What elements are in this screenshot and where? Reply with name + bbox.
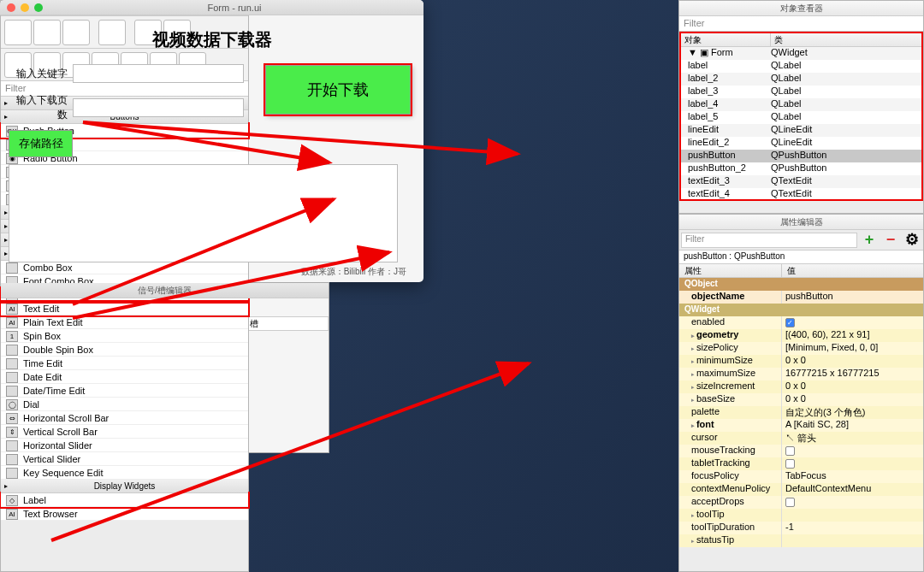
hbar-icon: ⇔ (6, 413, 18, 424)
dtedit-icon (6, 386, 18, 397)
property-row[interactable]: cursor↖ 箭头 (679, 432, 923, 445)
pages-input[interactable] (73, 98, 244, 117)
form-body: 视频数据下载器 输入关键字 输入下载页数 开始下载 存储路径 数据来源：Bili… (0, 15, 424, 280)
tree-row[interactable]: textEdit_4QTextEdit (681, 188, 921, 199)
plaintext-icon: AI (6, 317, 18, 328)
property-row[interactable]: tabletTracking (679, 457, 923, 470)
property-editor-panel: 属性编辑器 Filter + − ⚙ pushButton : QPushBut… (678, 214, 924, 572)
widget-spin-box[interactable]: 1Spin Box (1, 329, 248, 343)
checkbox-icon[interactable] (785, 459, 795, 469)
keyseq-icon (6, 468, 18, 479)
spin-icon: 1 (6, 331, 18, 342)
widget-text-edit[interactable]: AIText Edit (1, 302, 248, 315)
widget-time-edit[interactable]: Time Edit (1, 357, 248, 370)
widget-h-slider[interactable]: Horizontal Slider (1, 439, 248, 452)
property-row[interactable]: focusPolicyTabFocus (679, 470, 923, 483)
widget-text-browser[interactable]: AIText Browser (1, 507, 248, 521)
checkbox-icon[interactable] (785, 498, 795, 507)
tree-row[interactable]: pushButton_2QPushButton (681, 162, 921, 175)
property-row[interactable]: palette自定义的(3 个角色) (679, 406, 923, 419)
keyword-input[interactable] (73, 64, 244, 83)
property-row[interactable]: objectNamepushButton (679, 291, 923, 304)
save-path-button[interactable]: 存储路径 (9, 130, 73, 157)
property-row[interactable]: maximumSize16777215 x 16777215 (679, 368, 923, 380)
property-row[interactable]: sizeIncrement0 x 0 (679, 380, 923, 393)
obj-filter-input[interactable]: Filter (679, 16, 923, 32)
property-row[interactable]: acceptDrops (679, 496, 923, 509)
widget-v-slider[interactable]: Vertical Slider (1, 452, 248, 466)
pages-label: 输入下载页数 (9, 93, 73, 122)
property-row[interactable]: baseSize0 x 0 (679, 393, 923, 406)
widget-key-seq[interactable]: Key Sequence Edit (1, 466, 248, 480)
tree-row[interactable]: pushButtonQPushButton (681, 150, 921, 162)
widget-label[interactable]: ◇Label (1, 493, 248, 507)
property-row[interactable]: mouseTracking (679, 445, 923, 457)
prop-toolbar: Filter + − ⚙ (679, 230, 923, 251)
vsld-icon (6, 454, 18, 465)
prop-remove-icon[interactable]: − (881, 232, 900, 249)
textedit-icon: AI (6, 304, 18, 315)
tree-row[interactable]: ▼ ▣ FormQWidget (681, 47, 921, 60)
widget-h-scrollbar[interactable]: ⇔Horizontal Scroll Bar (1, 411, 248, 425)
widget-date-edit[interactable]: Date Edit (1, 370, 248, 384)
prop-add-icon[interactable]: + (860, 232, 879, 249)
prop-config-icon[interactable]: ⚙ (903, 232, 921, 249)
output-textedit[interactable] (9, 164, 398, 262)
property-row[interactable]: contextMenuPolicyDefaultContextMenu (679, 483, 923, 496)
timeedit-icon (6, 358, 18, 369)
form-preview-window[interactable]: Form - run.ui 视频数据下载器 输入关键字 输入下载页数 开始下载 … (0, 0, 424, 282)
widget-v-scrollbar[interactable]: ⇕Vertical Scroll Bar (1, 425, 248, 439)
checkbox-icon[interactable] (785, 446, 795, 456)
label-icon: ◇ (6, 495, 18, 506)
form-window-title: Form - run.ui (208, 3, 262, 13)
tree-row[interactable]: label_2QLabel (681, 73, 921, 86)
col-slot[interactable]: 槽 (246, 317, 329, 330)
property-row[interactable]: fontA [Kaiti SC, 28] (679, 419, 923, 432)
group-qwidget[interactable]: QWidget (679, 304, 923, 316)
form-footer: 数据来源：Bilibili 作者：J哥 (9, 266, 415, 278)
dial-icon: ◯ (6, 399, 18, 410)
widget-dial[interactable]: ◯Dial (1, 398, 248, 411)
tree-row[interactable]: lineEditQLineEdit (681, 124, 921, 137)
prop-title: 属性编辑器 (679, 215, 923, 230)
tree-row[interactable]: label_4QLabel (681, 98, 921, 111)
property-row[interactable]: minimumSize0 x 0 (679, 355, 923, 368)
property-row[interactable]: statusTip (679, 534, 923, 547)
group-qobject[interactable]: QObject (679, 278, 923, 291)
property-row[interactable]: toolTip (679, 509, 923, 522)
property-row[interactable]: toolTipDuration-1 (679, 522, 923, 534)
widget-plain-text[interactable]: AIPlain Text Edit (1, 315, 248, 329)
prop-header: 属性值 (679, 264, 923, 278)
checkbox-icon[interactable]: ✓ (785, 318, 795, 327)
hsld-icon (6, 440, 18, 451)
prop-selected-class: pushButton : QPushButton (679, 251, 923, 264)
vbar-icon: ⇕ (6, 427, 18, 438)
tree-row[interactable]: labelQLabel (681, 60, 921, 73)
tree-row[interactable]: label_5QLabel (681, 111, 921, 124)
object-inspector-panel: 对象查看器 Filter 对象类 ▼ ▣ FormQWidgetlabelQLa… (678, 0, 924, 214)
tree-row[interactable]: lineEdit_2QLineEdit (681, 137, 921, 150)
property-row[interactable]: geometry[(400, 60), 221 x 91] (679, 329, 923, 342)
keyword-label: 输入关键字 (9, 67, 73, 81)
widget-double-spin[interactable]: Double Spin Box (1, 343, 248, 357)
tree-row[interactable]: label_3QLabel (681, 86, 921, 98)
category-display-widgets[interactable]: Display Widgets (1, 480, 248, 493)
obj-title: 对象查看器 (679, 1, 923, 16)
zoom-icon[interactable] (34, 3, 43, 12)
object-tree[interactable]: 对象类 ▼ ▣ FormQWidgetlabelQLabellabel_2QLa… (681, 33, 921, 199)
prop-filter-input[interactable]: Filter (681, 233, 857, 248)
property-row[interactable]: enabled✓ (679, 316, 923, 329)
close-icon[interactable] (7, 3, 15, 12)
sig-titlebar: 信号/槽编辑器 (1, 283, 329, 298)
form-titlebar[interactable]: Form - run.ui (0, 0, 424, 15)
tree-header: 对象类 (681, 33, 921, 47)
dspin-icon (6, 345, 18, 356)
form-heading: 视频数据下载器 (9, 28, 415, 51)
dateedit-icon (6, 372, 18, 383)
property-row[interactable]: sizePolicy[Minimum, Fixed, 0, 0] (679, 342, 923, 355)
start-download-button[interactable]: 开始下载 (265, 65, 411, 115)
tree-row[interactable]: textEdit_3QTextEdit (681, 175, 921, 188)
txtbr-icon: AI (6, 509, 18, 520)
widget-datetime-edit[interactable]: Date/Time Edit (1, 384, 248, 398)
minimize-icon[interactable] (21, 3, 29, 12)
